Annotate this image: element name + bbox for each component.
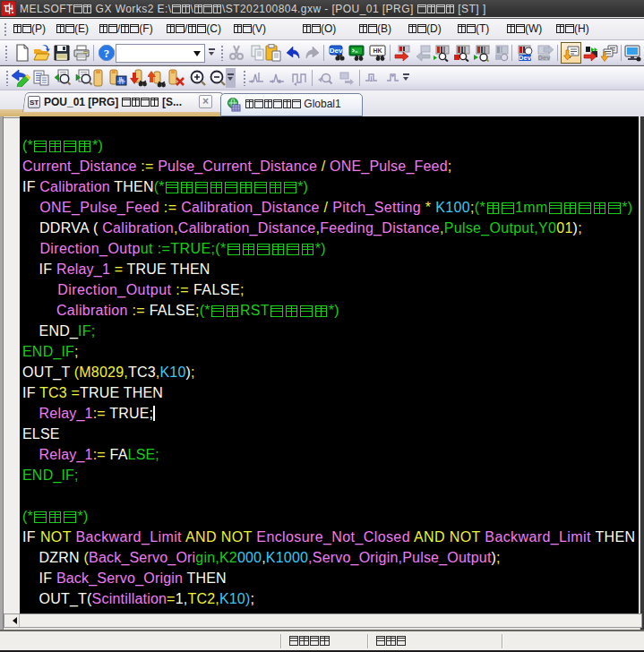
- svg-text:Dev: Dev: [330, 47, 343, 55]
- svg-text:Dev: Dev: [538, 54, 552, 62]
- svg-text:?: ?: [104, 47, 110, 60]
- svg-text:HK: HK: [373, 47, 382, 54]
- svg-text:Dev: Dev: [519, 54, 532, 62]
